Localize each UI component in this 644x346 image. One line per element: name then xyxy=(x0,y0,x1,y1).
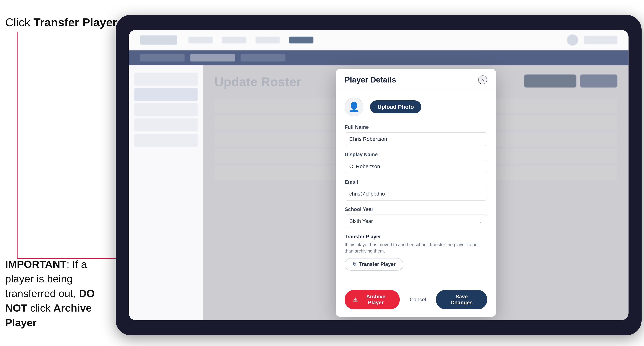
full-name-input[interactable] xyxy=(345,132,487,146)
sidebar-item-3 xyxy=(134,103,198,116)
upload-photo-button[interactable]: Upload Photo xyxy=(370,100,421,113)
transfer-description: If this player has moved to another scho… xyxy=(345,242,487,254)
display-name-group: Display Name xyxy=(345,152,487,173)
modal-close-button[interactable]: × xyxy=(478,75,487,84)
nav-item-2 xyxy=(222,37,246,43)
display-name-input[interactable] xyxy=(345,160,487,173)
modal-footer: ⚠ Archive Player Cancel Save Changes xyxy=(336,285,496,317)
school-year-label: School Year xyxy=(345,206,487,212)
transfer-player-button[interactable]: ↻ Transfer Player xyxy=(345,258,404,271)
display-name-label: Display Name xyxy=(345,152,487,158)
email-label: Email xyxy=(345,179,487,185)
transfer-btn-label: Transfer Player xyxy=(359,261,396,267)
nav-avatar xyxy=(567,34,578,46)
tablet-screen: Update Roster Pl xyxy=(129,30,628,320)
modal-header: Player Details × xyxy=(336,69,496,90)
avatar-icon: 👤 xyxy=(348,102,360,112)
instruction-prefix: Click xyxy=(5,16,34,29)
email-group: Email xyxy=(345,179,487,200)
instruction-highlight: Transfer Player xyxy=(34,16,117,29)
content-area: Update Roster Pl xyxy=(203,65,628,320)
modal-title: Player Details xyxy=(345,75,396,84)
archive-btn-label: Archive Player xyxy=(360,294,392,306)
instruction-top: Click Transfer Player xyxy=(5,15,117,30)
email-input[interactable] xyxy=(345,187,487,200)
cancel-button[interactable]: Cancel xyxy=(404,293,432,306)
full-name-label: Full Name xyxy=(345,124,487,130)
nav-item-3 xyxy=(256,37,280,43)
sidebar-item-4 xyxy=(134,118,198,132)
sidebar-item-5 xyxy=(134,134,198,147)
transfer-section: Transfer Player If this player has moved… xyxy=(345,234,487,271)
sidebar xyxy=(129,65,203,320)
tablet-frame: Update Roster Pl xyxy=(116,15,642,335)
sub-nav-item-1 xyxy=(140,54,185,61)
nav-item-4-active xyxy=(289,37,313,43)
archive-icon: ⚠ xyxy=(353,297,358,303)
nav-items xyxy=(188,37,313,43)
sidebar-item-2 xyxy=(134,88,198,101)
modal-body: 👤 Upload Photo Full Name xyxy=(336,90,496,285)
top-nav xyxy=(129,30,628,50)
transfer-icon: ↻ xyxy=(352,261,356,267)
modal-overlay: Player Details × 👤 Upload Photo xyxy=(203,65,628,320)
main-content: Update Roster Pl xyxy=(129,65,628,320)
school-year-group: School Year Sixth Year First Year Second… xyxy=(345,206,487,228)
player-details-modal: Player Details × 👤 Upload Photo xyxy=(336,69,496,317)
sidebar-item-1 xyxy=(134,73,198,86)
save-changes-button[interactable]: Save Changes xyxy=(436,290,487,309)
school-year-select-wrapper: Sixth Year First Year Second Year Third … xyxy=(345,214,487,228)
avatar-placeholder: 👤 xyxy=(345,98,363,116)
photo-section: 👤 Upload Photo xyxy=(345,98,487,116)
full-name-group: Full Name xyxy=(345,124,487,146)
annotation-vertical-line xyxy=(17,32,18,259)
nav-item-1 xyxy=(188,37,212,43)
school-year-select[interactable]: Sixth Year First Year Second Year Third … xyxy=(345,214,487,228)
instruction-bottom: IMPORTANT: If a player is being transfer… xyxy=(5,257,114,330)
sub-nav-item-3 xyxy=(240,54,285,61)
sub-nav-item-2-active xyxy=(190,54,235,61)
transfer-section-label: Transfer Player xyxy=(345,234,487,240)
nav-logo xyxy=(140,35,177,45)
nav-right xyxy=(567,34,617,46)
archive-player-button[interactable]: ⚠ Archive Player xyxy=(345,290,400,309)
important-label: IMPORTANT xyxy=(5,258,66,270)
sub-nav xyxy=(129,50,628,65)
nav-action-btn xyxy=(584,36,617,44)
